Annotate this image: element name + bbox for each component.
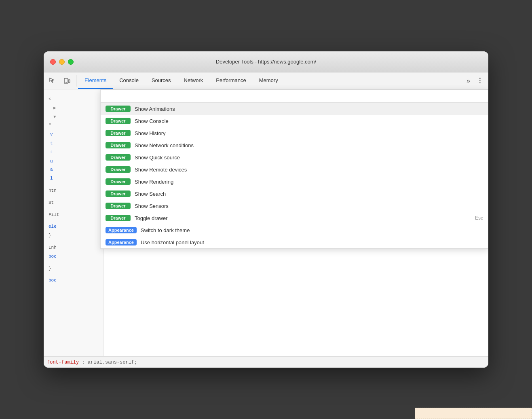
badge-drawer: Drawer [106, 118, 131, 124]
item-label: Switch to dark theme [141, 227, 190, 233]
window-title: Developer Tools - https://news.google.co… [216, 59, 316, 65]
tab-memory[interactable]: Memory [253, 72, 285, 89]
toolbar-separator [76, 75, 76, 87]
badge-appearance: Appearance [106, 227, 137, 233]
font-family-value: arial,sans-serif; [88, 360, 137, 365]
title-bar: Developer Tools - https://news.google.co… [44, 51, 488, 72]
item-label: Show Rendering [135, 179, 173, 185]
item-label: Show Animations [135, 106, 175, 112]
item-label: Use horizontal panel layout [141, 239, 204, 245]
badge-drawer: Drawer [106, 178, 131, 185]
item-label: Show Sensors [135, 203, 169, 209]
badge-drawer: Drawer [106, 142, 131, 148]
search-input[interactable] [106, 93, 483, 99]
shortcut-label: Esc [475, 215, 483, 221]
traffic-lights [50, 59, 74, 65]
list-item[interactable]: Drawer Show Remote devices [101, 163, 488, 176]
maximize-button[interactable] [68, 59, 74, 65]
left-panel: < ▶ ▼ " v t t g a l htn St Filt ele } [44, 89, 103, 356]
toolbar: Elements Console Sources Network Perform… [44, 72, 488, 89]
list-item[interactable]: Drawer Show History [101, 127, 488, 139]
devtools-window: Developer Tools - https://news.google.co… [44, 51, 488, 368]
device-icon[interactable] [60, 72, 74, 89]
main-content: < ▶ ▼ " v t t g a l htn St Filt ele } [44, 89, 488, 356]
badge-drawer: Drawer [106, 154, 131, 161]
tab-elements[interactable]: Elements [78, 72, 113, 89]
list-item[interactable]: Drawer Show Rendering [101, 176, 488, 188]
item-label: Show Quick source [135, 154, 180, 161]
list-item[interactable]: Appearance Use horizontal panel layout [101, 236, 488, 248]
list-item[interactable]: Drawer Show Search [101, 188, 488, 200]
more-tabs-button[interactable]: » [463, 72, 473, 89]
search-box [101, 90, 488, 103]
item-label: Toggle drawer [135, 215, 168, 221]
badge-drawer: Drawer [106, 130, 131, 136]
badge-drawer: Drawer [106, 190, 131, 197]
inspect-icon[interactable] [45, 72, 60, 89]
list-item[interactable]: Drawer Toggle drawer Esc [101, 212, 488, 224]
list-item[interactable]: Drawer Show Console [101, 115, 488, 127]
badge-appearance: Appearance [106, 239, 137, 245]
bottom-bar: font-family : arial,sans-serif; — [44, 356, 488, 368]
list-item[interactable]: Appearance Switch to dark theme [101, 224, 488, 236]
item-label: Show Console [135, 118, 169, 124]
font-family-colon: : [82, 360, 87, 365]
list-item[interactable]: Drawer Show Quick source [101, 151, 488, 163]
tab-sources[interactable]: Sources [145, 72, 177, 89]
item-label: Show History [135, 130, 166, 136]
badge-drawer: Drawer [106, 215, 131, 221]
command-menu-dropdown: Drawer Show Animations Drawer Show Conso… [100, 89, 488, 249]
badge-drawer: Drawer [106, 203, 131, 209]
list-item[interactable]: Drawer Show Network conditions [101, 139, 488, 151]
tab-network[interactable]: Network [177, 72, 210, 89]
tab-console[interactable]: Console [113, 72, 145, 89]
svg-rect-1 [68, 80, 70, 83]
tabs-container: Elements Console Sources Network Perform… [78, 72, 463, 89]
tab-performance[interactable]: Performance [209, 72, 252, 89]
badge-drawer: Drawer [106, 166, 131, 173]
list-item[interactable]: Drawer Show Animations [101, 103, 488, 115]
font-family-property: font-family [47, 360, 82, 365]
item-label: Show Search [135, 191, 166, 197]
item-label: Show Network conditions [135, 142, 194, 148]
badge-drawer: Drawer [106, 106, 131, 112]
dropdown-list: Drawer Show Animations Drawer Show Conso… [101, 103, 488, 248]
item-label: Show Remote devices [135, 167, 187, 173]
close-button[interactable] [50, 59, 56, 65]
list-item[interactable]: Drawer Show Sensors [101, 200, 488, 212]
minimize-button[interactable] [59, 59, 65, 65]
kebab-menu-button[interactable]: ⋮ [473, 72, 487, 89]
